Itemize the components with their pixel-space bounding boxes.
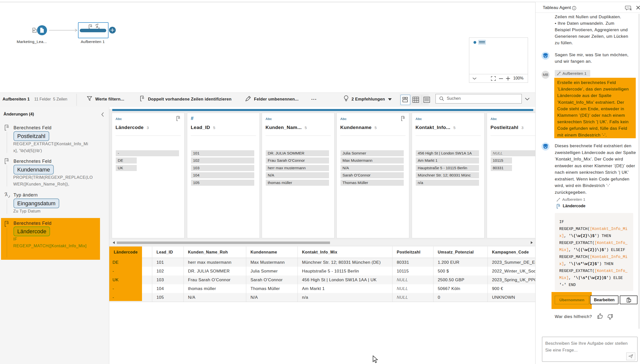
svg-text:A: A: [96, 25, 98, 29]
svg-text:A: A: [5, 193, 8, 197]
